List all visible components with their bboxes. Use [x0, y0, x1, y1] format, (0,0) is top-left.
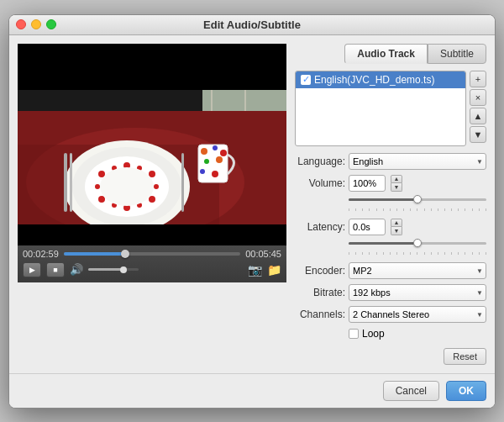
controls-bar: 00:02:59 00:05:45 ▶ ■ 🔊	[18, 245, 286, 282]
channels-select-wrapper: 2 Channels Stereo 5.1 Surround Mono ▼	[349, 306, 486, 323]
svg-rect-36	[18, 224, 286, 245]
ok-button[interactable]: OK	[446, 381, 486, 401]
svg-point-29	[216, 156, 223, 163]
close-button[interactable]	[16, 19, 26, 29]
volume-thumb	[120, 266, 127, 273]
svg-point-15	[154, 184, 159, 189]
bitrate-select-wrapper: 128 kbps 192 kbps 256 kbps ▼	[349, 284, 486, 301]
form-fields: Language: English French German ▼ Volume…	[295, 153, 486, 365]
dialog-buttons: Cancel OK	[383, 381, 486, 401]
tab-row: Audio Track Subtitle	[295, 44, 486, 64]
volume-slider-fill	[349, 198, 417, 201]
time-total: 00:05:45	[245, 249, 281, 259]
move-up-button[interactable]: ▲	[470, 108, 486, 124]
reset-button[interactable]: Reset	[444, 348, 486, 365]
play-button[interactable]: ▶	[23, 262, 41, 277]
latency-up[interactable]: ▲	[391, 219, 402, 227]
loop-row: Loop	[349, 328, 486, 340]
latency-down[interactable]: ▼	[391, 227, 402, 235]
latency-slider[interactable]	[349, 242, 486, 245]
time-current: 00:02:59	[23, 249, 59, 259]
channels-label: Channels:	[295, 309, 345, 320]
track-side-buttons: + × ▲ ▼	[470, 71, 486, 146]
encoder-select[interactable]: MP2 AAC AC3	[349, 262, 486, 279]
latency-input[interactable]	[349, 219, 386, 235]
bottom-bar: Cancel OK	[9, 373, 495, 408]
folder-button[interactable]: 📁	[267, 263, 281, 277]
track-checkbox[interactable]: ✓	[301, 75, 311, 85]
language-label: Language:	[295, 156, 345, 167]
svg-point-16	[149, 196, 155, 203]
latency-ticks-row	[295, 251, 486, 257]
latency-slider-row	[295, 240, 486, 246]
encoder-label: Encoder:	[295, 265, 345, 277]
channels-select[interactable]: 2 Channels Stereo 5.1 Surround Mono	[349, 306, 486, 323]
svg-point-28	[204, 159, 209, 164]
video-panel: 00:02:59 00:05:45 ▶ ■ 🔊	[18, 44, 286, 365]
loop-label: Loop	[362, 328, 385, 340]
loop-checkbox[interactable]	[349, 329, 359, 339]
volume-fill	[88, 268, 123, 271]
language-row: Language: English French German ▼	[295, 153, 486, 170]
svg-point-10	[98, 171, 105, 177]
volume-up[interactable]: ▲	[391, 175, 402, 183]
latency-slider-thumb[interactable]	[413, 239, 422, 247]
volume-label: Volume:	[295, 177, 345, 189]
progress-fill	[64, 252, 126, 256]
tab-audio[interactable]: Audio Track	[344, 44, 428, 64]
svg-rect-34	[181, 153, 184, 212]
volume-down[interactable]: ▼	[391, 183, 402, 192]
volume-slider-thumb[interactable]	[413, 195, 422, 203]
svg-point-14	[149, 171, 155, 177]
svg-rect-33	[70, 153, 72, 212]
latency-spinner: ▲ ▼	[391, 219, 402, 235]
svg-point-21	[95, 184, 100, 189]
encoder-row: Encoder: MP2 AAC AC3 ▼	[295, 262, 486, 279]
volume-input[interactable]	[349, 175, 386, 192]
track-list-wrapper: ✓ English(JVC_HD_demo.ts) + × ▲ ▼	[295, 71, 486, 146]
svg-point-22	[100, 167, 154, 206]
maximize-button[interactable]	[46, 19, 56, 29]
add-track-button[interactable]: +	[470, 71, 486, 87]
bitrate-row: Bitrate: 128 kbps 192 kbps 256 kbps ▼	[295, 284, 486, 301]
volume-icon: 🔊	[70, 263, 83, 276]
volume-slider-row	[295, 197, 486, 203]
language-select[interactable]: English French German	[349, 153, 486, 170]
latency-row: Latency: ▲ ▼	[295, 219, 486, 235]
progress-thumb	[121, 250, 129, 258]
channels-row: Channels: 2 Channels Stereo 5.1 Surround…	[295, 306, 486, 323]
track-label: English(JVC_HD_demo.ts)	[314, 74, 434, 86]
volume-ticks-row	[295, 208, 486, 214]
svg-point-27	[220, 150, 227, 156]
minimize-button[interactable]	[31, 19, 41, 29]
latency-label: Latency:	[295, 221, 345, 233]
progress-track[interactable]	[64, 252, 240, 256]
playback-buttons: ▶ ■ 🔊 📷 📁	[23, 262, 281, 277]
screenshot-button[interactable]: 📷	[248, 263, 262, 277]
cancel-button[interactable]: Cancel	[383, 381, 439, 401]
traffic-lights	[16, 19, 56, 29]
window-title: Edit Audio/Subtitle	[203, 18, 301, 31]
titlebar: Edit Audio/Subtitle	[9, 15, 495, 35]
volume-spinner: ▲ ▼	[391, 175, 402, 192]
bitrate-select[interactable]: 128 kbps 192 kbps 256 kbps	[349, 284, 486, 301]
list-item[interactable]: ✓ English(JVC_HD_demo.ts)	[296, 71, 465, 88]
action-row: Reset	[295, 348, 486, 365]
tab-subtitle[interactable]: Subtitle	[428, 44, 486, 64]
remove-track-button[interactable]: ×	[470, 89, 486, 106]
language-select-wrapper: English French German ▼	[349, 153, 486, 170]
progress-row: 00:02:59 00:05:45	[23, 249, 281, 259]
svg-point-26	[213, 145, 218, 150]
volume-slider[interactable]	[349, 198, 486, 201]
encoder-select-wrapper: MP2 AAC AC3 ▼	[349, 262, 486, 279]
video-display	[18, 44, 286, 245]
move-down-button[interactable]: ▼	[470, 126, 486, 143]
svg-point-25	[201, 148, 207, 155]
bitrate-label: Bitrate:	[295, 287, 345, 298]
stop-button[interactable]: ■	[46, 262, 65, 277]
track-list[interactable]: ✓ English(JVC_HD_demo.ts)	[295, 71, 466, 146]
volume-track[interactable]	[88, 268, 139, 271]
latency-ticks	[349, 252, 486, 257]
svg-rect-35	[18, 44, 286, 90]
right-panel: Audio Track Subtitle ✓ English(JVC_HD_de…	[295, 44, 486, 365]
